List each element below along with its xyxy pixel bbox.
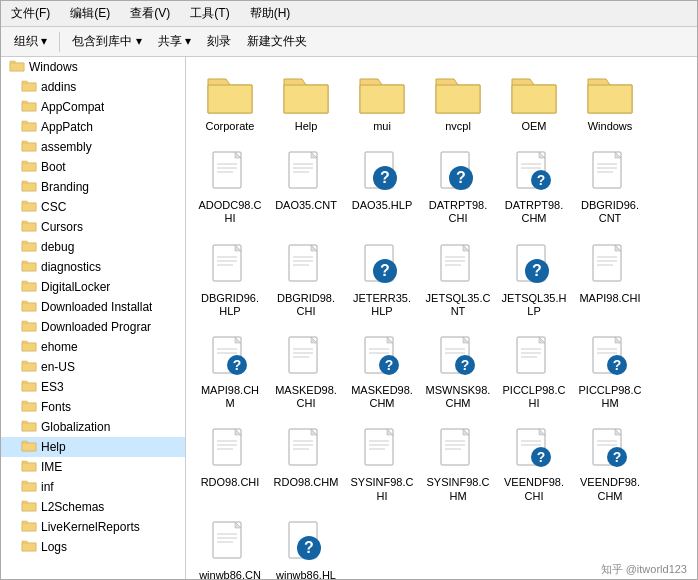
file-item-rdo98-chi[interactable]: RDO98.CHI [194,421,266,507]
sidebar-item-debug[interactable]: debug [1,237,185,257]
file-item-label: VEENDF98.CHM [577,476,643,502]
sidebar-item-windows[interactable]: Windows [1,57,185,77]
sidebar-item-label: Logs [41,540,67,554]
sidebar-item-csc[interactable]: CSC [1,197,185,217]
menu-help[interactable]: 帮助(H) [246,3,295,24]
file-item-veendf98-chm[interactable]: ? VEENDF98.CHM [574,421,646,507]
file-item-corporate[interactable]: Corporate [194,65,266,138]
sidebar-item-downloaded-prograr[interactable]: Downloaded Prograr [1,317,185,337]
file-item-dao35-cnt[interactable]: DAO35.CNT [270,144,342,230]
file-item-nvcpl[interactable]: nvcpl [422,65,494,138]
sidebar-item-livekernelreports[interactable]: LiveKernelReports [1,517,185,537]
file-item-masked98-chi[interactable]: MASKED98.CHI [270,329,342,415]
file-item-sysinf98-chi[interactable]: SYSINF98.CHI [346,421,418,507]
doc-icon [282,426,330,474]
sidebar-item-fonts[interactable]: Fonts [1,397,185,417]
doc-icon [282,334,330,382]
folder-icon [206,70,254,118]
file-item-label: VEENDF98.CHI [501,476,567,502]
file-item-dbgrid96-hlp[interactable]: DBGRID96.HLP [194,237,266,323]
file-item-rdo98-chm[interactable]: RDO98.CHM [270,421,342,507]
file-item-winwb86-hlp[interactable]: ? winwb86.HLP [270,514,342,580]
sidebar-item-label: AppCompat [41,100,104,114]
file-item-label: PICCLP98.CHI [501,384,567,410]
file-item-adodc98-chi[interactable]: ADODC98.CHI [194,144,266,230]
sidebar-item-ehome[interactable]: ehome [1,337,185,357]
sidebar-item-l2schemas[interactable]: L2Schemas [1,497,185,517]
file-item-dao35-hlp[interactable]: ? DAO35.HLP [346,144,418,230]
menu-tools[interactable]: 工具(T) [186,3,233,24]
file-item-label: DBGRID96.HLP [197,292,263,318]
sidebar-item-digitallocker[interactable]: DigitalLocker [1,277,185,297]
file-item-picclp98-chm[interactable]: ? PICCLP98.CHM [574,329,646,415]
folder-icon [21,139,37,155]
folder-icon [434,70,482,118]
file-item-jeterr35-hlp[interactable]: ? JETERR35.HLP [346,237,418,323]
sidebar-item-label: ehome [41,340,78,354]
sidebar-item-globalization[interactable]: Globalization [1,417,185,437]
file-item-help[interactable]: Help [270,65,342,138]
sidebar-item-cursors[interactable]: Cursors [1,217,185,237]
file-item-jetsql35-hlp[interactable]: ? JETSQL35.HLP [498,237,570,323]
file-item-label: OEM [521,120,546,133]
file-item-veendf98-chi[interactable]: ? VEENDF98.CHI [498,421,570,507]
sidebar-item-logs[interactable]: Logs [1,537,185,557]
folder-icon [21,259,37,275]
file-item-windows[interactable]: Windows [574,65,646,138]
sidebar-item-appcompat[interactable]: AppCompat [1,97,185,117]
sidebar-item-ime[interactable]: IME [1,457,185,477]
file-item-dbgrid96-cnt[interactable]: DBGRID96.CNT [574,144,646,230]
sidebar-item-boot[interactable]: Boot [1,157,185,177]
folder-icon [21,319,37,335]
sidebar-item-label: IME [41,460,62,474]
sidebar-item-label: Windows [29,60,78,74]
doc-icon [586,149,634,197]
sidebar-item-en-us[interactable]: en-US [1,357,185,377]
file-item-dbgrid98-chi[interactable]: DBGRID98.CHI [270,237,342,323]
folder-icon [21,279,37,295]
file-item-mswnsk98-chm[interactable]: ? MSWNSK98.CHM [422,329,494,415]
help-icon: ? [434,149,482,197]
file-item-mapi98-chi[interactable]: MAPI98.CHI [574,237,646,323]
burn-button[interactable]: 刻录 [200,30,238,53]
file-item-label: MAPI98.CHM [197,384,263,410]
file-item-label: SYSINF98.CHM [425,476,491,502]
file-item-datrpt98-chi[interactable]: ? DATRPT98.CHI [422,144,494,230]
file-item-winwb86-cnt[interactable]: winwb86.CNT [194,514,266,580]
svg-text:?: ? [456,169,466,186]
doc-icon [282,149,330,197]
library-button[interactable]: 包含到库中 ▾ [65,30,148,53]
sidebar-item-es3[interactable]: ES3 [1,377,185,397]
file-item-label: JETSQL35.HLP [501,292,567,318]
file-item-picclp98-chi[interactable]: PICCLP98.CHI [498,329,570,415]
share-button[interactable]: 共享 ▾ [151,30,198,53]
folder-icon [21,99,37,115]
file-item-masked98-chm[interactable]: ? MASKED98.CHM [346,329,418,415]
sidebar-item-inf[interactable]: inf [1,477,185,497]
new-folder-button[interactable]: 新建文件夹 [240,30,314,53]
folder-icon [21,479,37,495]
file-item-mapi98-chm[interactable]: ? MAPI98.CHM [194,329,266,415]
sidebar-item-diagnostics[interactable]: diagnostics [1,257,185,277]
file-item-label: DATRPT98.CHI [425,199,491,225]
file-item-datrpt98-chm[interactable]: ? DATRPT98.CHM [498,144,570,230]
menu-edit[interactable]: 编辑(E) [66,3,114,24]
organize-button[interactable]: 组织 ▾ [7,30,54,53]
file-item-jetsql35-cnt[interactable]: JETSQL35.CNT [422,237,494,323]
sidebar-item-help[interactable]: Help [1,437,185,457]
sidebar-item-addins[interactable]: addins [1,77,185,97]
sidebar-item-branding[interactable]: Branding [1,177,185,197]
sidebar-item-downloaded-installat[interactable]: Downloaded Installat [1,297,185,317]
sidebar-item-assembly[interactable]: assembly [1,137,185,157]
file-item-oem[interactable]: OEM [498,65,570,138]
toolbar-separator-1 [59,32,60,52]
folder-icon [21,299,37,315]
folder-icon [21,539,37,555]
menu-file[interactable]: 文件(F) [7,3,54,24]
sidebar-item-apppatch[interactable]: AppPatch [1,117,185,137]
file-item-sysinf98-chm[interactable]: SYSINF98.CHM [422,421,494,507]
sidebar-item-label: Cursors [41,220,83,234]
file-item-mui[interactable]: mui [346,65,418,138]
menu-view[interactable]: 查看(V) [126,3,174,24]
folder-icon [21,79,37,95]
